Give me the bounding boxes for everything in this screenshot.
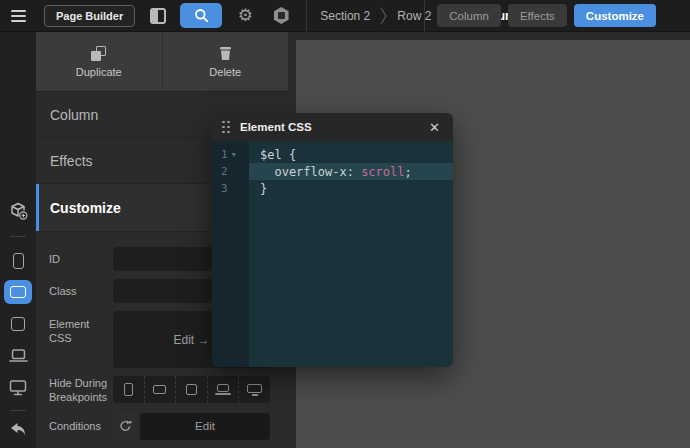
code-line-2-active: overflow-x: scroll;: [249, 163, 453, 180]
breakpoint-tablet-landscape-button[interactable]: [4, 280, 32, 304]
hide-laptop-toggle[interactable]: [207, 376, 239, 403]
undo-button[interactable]: [0, 415, 36, 443]
left-sidebar: [0, 32, 36, 448]
refresh-icon: [119, 420, 132, 433]
laptop-icon: [9, 349, 28, 363]
phone-landscape-icon: [153, 385, 166, 394]
hexagon-logo-icon: [273, 7, 290, 24]
fold-arrow-icon[interactable]: ▾: [232, 150, 236, 159]
duplicate-icon: [91, 46, 106, 61]
page-builder-app: Page Builder ⚙ Section 2 Row 2: [0, 0, 690, 448]
close-button[interactable]: ✕: [426, 118, 443, 137]
delete-button[interactable]: Delete: [162, 32, 289, 91]
hide-phone-portrait-toggle[interactable]: [113, 376, 144, 403]
line-number: 2: [212, 163, 249, 180]
search-icon: [194, 8, 209, 23]
breadcrumb-item-section[interactable]: Section 2: [320, 9, 370, 23]
hide-breakpoints-label: Hide During Breakpoints: [49, 376, 113, 405]
sidebar-divider: [10, 410, 26, 411]
conditions-row: Conditions Edit: [49, 413, 270, 440]
code-area[interactable]: $el { overflow-x: scroll; }: [249, 141, 453, 367]
active-indicator: [36, 184, 39, 231]
element-css-dialog: Element CSS ✕ 1 ▾ 2 3 $el { overflow-x:: [212, 113, 453, 367]
conditions-refresh-button[interactable]: [113, 413, 138, 440]
duplicate-label: Duplicate: [76, 66, 122, 78]
trash-icon: [218, 46, 233, 61]
line-number: 3: [212, 180, 249, 197]
code-line-1: $el {: [249, 146, 453, 163]
accordion-customize-label: Customize: [50, 200, 121, 216]
hide-phone-landscape-toggle[interactable]: [144, 376, 176, 403]
laptop-icon: [215, 384, 231, 395]
panel-tabs: Column Effects Customize: [437, 4, 656, 27]
conditions-edit-button[interactable]: Edit: [140, 413, 270, 440]
breakpoint-tablet-button[interactable]: [0, 310, 36, 338]
panel-toggle-icon: [150, 8, 166, 24]
top-toolbar: Page Builder ⚙ Section 2 Row 2: [0, 0, 690, 32]
breakpoint-laptop-button[interactable]: [0, 342, 36, 370]
cube-plus-icon: [9, 202, 28, 221]
hide-desktop-toggle[interactable]: [238, 376, 270, 403]
page-builder-button[interactable]: Page Builder: [44, 5, 135, 27]
chevron-right-icon: [380, 7, 387, 25]
tab-effects[interactable]: Effects: [508, 4, 567, 27]
code-line-3: }: [249, 180, 453, 197]
tablet-icon: [11, 317, 25, 331]
breakpoint-phone-button[interactable]: [0, 247, 36, 275]
drag-handle-icon[interactable]: [222, 121, 230, 134]
tablet-landscape-icon: [10, 286, 26, 298]
gear-icon: ⚙: [238, 7, 253, 24]
hamburger-icon: [11, 10, 26, 22]
search-button[interactable]: [180, 3, 222, 28]
desktop-icon: [247, 384, 262, 396]
breadcrumb: Section 2 Row 2 1 Column 1: [307, 7, 424, 25]
breakpoint-desktop-button[interactable]: [0, 374, 36, 402]
hide-breakpoints-row: Hide During Breakpoints: [49, 376, 270, 405]
css-semicolon: ;: [405, 165, 412, 179]
element-css-dialog-header: Element CSS ✕: [212, 113, 453, 141]
id-label: ID: [49, 252, 113, 266]
hide-tablet-toggle[interactable]: [175, 376, 207, 403]
tab-customize[interactable]: Customize: [574, 4, 656, 27]
duplicate-button[interactable]: Duplicate: [36, 32, 162, 91]
tab-column[interactable]: Column: [437, 4, 501, 27]
desktop-icon: [9, 380, 27, 396]
undo-arrow-icon: [9, 422, 27, 437]
breadcrumb-item-row[interactable]: Row 2: [397, 9, 431, 23]
phone-icon: [13, 253, 24, 269]
toolbar-divider: [424, 0, 425, 32]
action-strip: Duplicate Delete: [36, 32, 288, 92]
main-menu-button[interactable]: [0, 10, 36, 22]
phone-portrait-icon: [124, 383, 133, 396]
css-value: scroll: [354, 165, 405, 179]
tablet-icon: [186, 384, 197, 395]
logo-button[interactable]: [271, 6, 291, 26]
conditions-label: Conditions: [49, 419, 113, 433]
sidebar-divider: [10, 236, 26, 237]
line-number-gutter: 1 ▾ 2 3: [212, 141, 249, 367]
add-module-button[interactable]: [0, 197, 36, 225]
panel-toggle-button[interactable]: [148, 6, 168, 26]
element-css-dialog-title: Element CSS: [240, 121, 426, 133]
class-label: Class: [49, 284, 113, 298]
line-number: 1 ▾: [212, 146, 249, 163]
code-editor[interactable]: 1 ▾ 2 3 $el { overflow-x: scroll; }: [212, 141, 453, 367]
settings-button[interactable]: ⚙: [235, 6, 255, 26]
css-property: overflow-x:: [260, 165, 354, 179]
breakpoint-toggle-bar: [113, 376, 270, 403]
element-css-label: Element CSS: [49, 311, 113, 368]
delete-label: Delete: [209, 66, 241, 78]
